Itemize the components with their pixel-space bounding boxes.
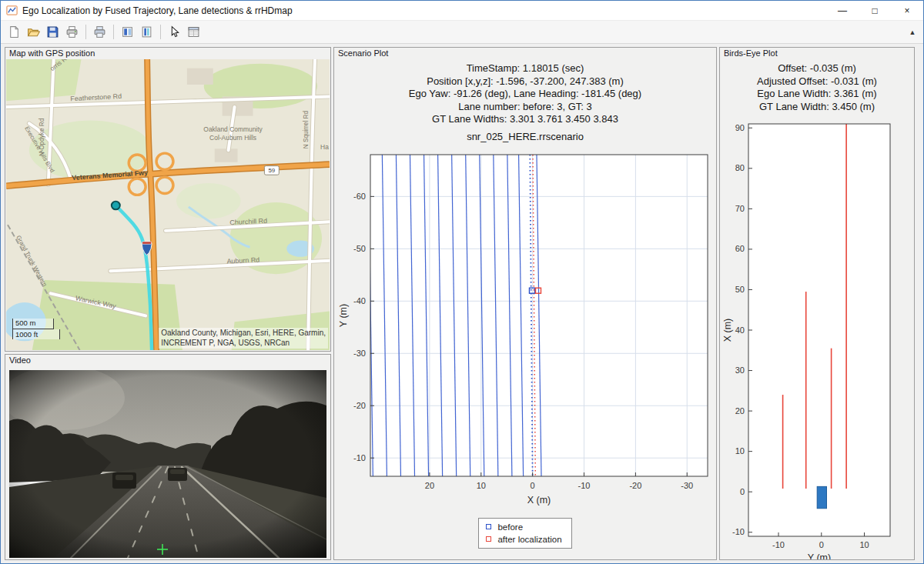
- figure-toolbar: ▲: [1, 21, 923, 44]
- svg-text:0: 0: [819, 540, 824, 549]
- maximize-button[interactable]: □: [859, 1, 891, 20]
- svg-text:-40: -40: [353, 295, 366, 305]
- new-document-icon: [8, 25, 21, 38]
- toolbar-separator: [160, 25, 161, 39]
- svg-text:0: 0: [740, 487, 745, 496]
- titlebar[interactable]: Ego Localization by Fused Trajectory, La…: [1, 1, 923, 21]
- map-canvas[interactable]: orris RdN Opdyke RdFeatherstone RdN Squi…: [6, 59, 330, 350]
- birdseye-panel-title: Birds-Eye Plot: [720, 48, 914, 59]
- legend-item-before: before: [486, 521, 561, 533]
- svg-text:20: 20: [735, 406, 745, 415]
- position-text: Position [x,y,z]: -1.596, -37.200, 247.3…: [409, 75, 641, 88]
- map-panel-title: Map with GPS position: [5, 48, 330, 59]
- lens-vignette: [9, 370, 326, 558]
- lane-number-text: Lane number: before: 3, GT: 3: [409, 101, 641, 114]
- svg-text:-20: -20: [629, 481, 641, 490]
- scenario-panel: Scenario Plot TimeStamp: 1.18015 (sec) P…: [333, 47, 717, 560]
- scenario-panel-title: Scenario Plot: [334, 48, 716, 59]
- edit-plot-button[interactable]: [166, 23, 183, 41]
- svg-text:-10: -10: [772, 540, 785, 549]
- map-label: N Squirrel Rd: [302, 111, 310, 149]
- y-axis-label: Y (m): [338, 303, 349, 326]
- svg-text:-30: -30: [681, 481, 693, 490]
- svg-text:60: 60: [735, 244, 745, 253]
- print-preview-button[interactable]: [91, 23, 109, 41]
- insert-colorbar-button[interactable]: [138, 23, 156, 41]
- svg-text:-10: -10: [353, 452, 366, 462]
- dock-arrow-icon[interactable]: ▲: [906, 26, 919, 38]
- x-axis-label: X (m): [527, 495, 551, 506]
- print-icon: [65, 25, 79, 38]
- scenario-info: TimeStamp: 1.18015 (sec) Position [x,y,z…: [409, 62, 641, 126]
- video-frame: [9, 370, 326, 558]
- y-axis-label: X (m): [722, 319, 733, 342]
- scale-imperial: 1000 ft: [12, 329, 60, 339]
- yaw-heading-text: Ego Yaw: -91.26 (deg), Lane Heading: -18…: [409, 88, 641, 101]
- gt-lane-widths-text: GT Lane Widths: 3.301 3.761 3.450 3.843: [409, 113, 641, 126]
- svg-text:0: 0: [531, 481, 535, 490]
- legend-item-after: after localization: [486, 533, 561, 546]
- app-window: Ego Localization by Fused Trajectory, La…: [0, 0, 924, 564]
- close-button[interactable]: ×: [891, 1, 923, 20]
- figure-app-icon: [6, 5, 18, 16]
- save-figure-button[interactable]: [44, 23, 62, 41]
- svg-text:10: 10: [859, 540, 869, 549]
- scenario-plot-title: snr_025_HERE.rrscenario: [467, 131, 584, 142]
- svg-text:-20: -20: [353, 400, 366, 409]
- map-attribution: Oakland County, Michigan, Esri, HERE, Ga…: [159, 328, 328, 349]
- toolbar-separator: [113, 25, 114, 39]
- svg-text:70: 70: [735, 204, 745, 213]
- adjusted-offset-text: Adjusted Offset: -0.031 (m): [757, 75, 877, 88]
- print-figure-button[interactable]: [63, 23, 81, 41]
- open-file-button[interactable]: [25, 23, 42, 41]
- svg-text:50: 50: [735, 285, 745, 294]
- scenario-plot-canvas: 20100-10-20-30-60-50-40-30-20-10X (m)Y (…: [336, 150, 714, 516]
- map-scalebar: 500 m 1000 ft: [12, 319, 60, 339]
- subplot-grid-icon: [121, 25, 134, 38]
- scale-metric: 500 m: [12, 319, 54, 329]
- open-folder-icon: [27, 25, 40, 38]
- window-title: Ego Localization by Fused Trajectory, La…: [22, 5, 293, 16]
- birdseye-plot-canvas: -10010-100102030405060708090Y (m)X (m): [722, 118, 912, 559]
- print-preview-icon: [93, 25, 106, 38]
- edit-plot-arrow-icon: [168, 25, 181, 38]
- new-figure-button[interactable]: [5, 23, 23, 41]
- svg-text:20: 20: [425, 481, 434, 490]
- subplot-grid-button[interactable]: [119, 23, 136, 41]
- map-container: orris RdN Opdyke RdFeatherstone RdN Squi…: [6, 59, 330, 350]
- svg-text:10: 10: [477, 481, 486, 490]
- map-panel: Map with GPS position: [5, 47, 331, 352]
- x-axis-label: Y (m): [808, 552, 831, 559]
- svg-text:90: 90: [735, 123, 745, 132]
- window-controls: — □ ×: [826, 1, 923, 20]
- minimize-button[interactable]: —: [826, 1, 859, 20]
- save-icon: [46, 25, 59, 38]
- svg-text:80: 80: [735, 163, 745, 172]
- scenario-legend: before after localization: [478, 518, 571, 549]
- video-panel: Video: [5, 354, 331, 560]
- ego-vehicle: [817, 486, 826, 508]
- svg-text:10: 10: [735, 446, 745, 456]
- svg-text:-30: -30: [353, 348, 366, 357]
- svg-text:-10: -10: [732, 527, 745, 536]
- map-label: Oakland Community: [203, 125, 263, 133]
- map-label: Ha: [320, 143, 329, 151]
- svg-text:40: 40: [735, 325, 745, 335]
- timestamp-text: TimeStamp: 1.18015 (sec): [409, 62, 641, 75]
- birdseye-panel: Birds-Eye Plot Offset: -0.035 (m) Adjust…: [719, 47, 915, 560]
- svg-text:-10: -10: [578, 481, 591, 490]
- gps-position-dot: [112, 202, 120, 210]
- ego-lane-width-text: Ego Lane Width: 3.361 (m): [757, 88, 877, 101]
- offset-text: Offset: -0.035 (m): [757, 62, 877, 75]
- insert-colorbar-icon: [140, 25, 153, 38]
- birdseye-info: Offset: -0.035 (m) Adjusted Offset: -0.0…: [757, 62, 877, 113]
- gt-lane-width-text: GT Lane Width: 3.450 (m): [757, 101, 877, 114]
- property-inspector-button[interactable]: [185, 23, 203, 41]
- svg-text:30: 30: [735, 365, 745, 375]
- video-panel-title: Video: [5, 355, 330, 366]
- svg-text:-60: -60: [353, 191, 366, 200]
- before-marker-swatch: [486, 524, 491, 529]
- toolbar-separator: [85, 25, 86, 39]
- map-label: 59: [268, 167, 275, 174]
- video-container: [5, 366, 330, 559]
